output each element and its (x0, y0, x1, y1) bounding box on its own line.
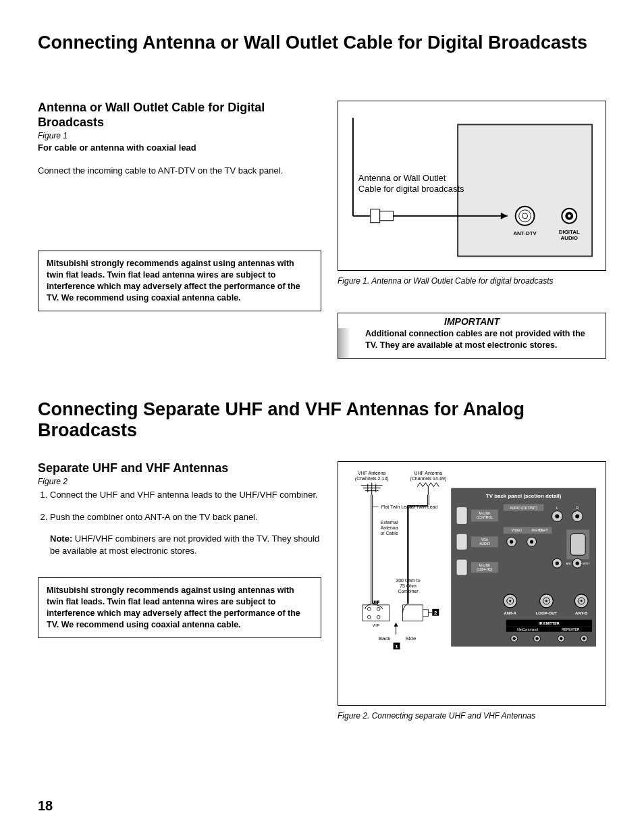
important-title: IMPORTANT (338, 313, 606, 328)
svg-point-99 (556, 561, 559, 565)
svg-text:DIGITAL: DIGITAL (559, 229, 580, 235)
svg-rect-4 (380, 211, 394, 221)
svg-text:75 Ohm: 75 Ohm (400, 583, 417, 588)
svg-text:Cable for digital broadcasts: Cable for digital broadcasts (358, 184, 464, 194)
svg-text:AUDIO: AUDIO (560, 235, 578, 241)
svg-point-48 (367, 607, 371, 610)
page-number: 18 (38, 798, 53, 814)
svg-rect-78 (456, 559, 467, 575)
svg-text:TV back panel (section detail): TV back panel (section detail) (486, 493, 562, 499)
svg-text:AUDIO: AUDIO (479, 542, 490, 546)
svg-text:IR EMITTER: IR EMITTER (539, 621, 559, 625)
figure-1-caption: Figure 1. Antenna or Wall Outlet Cable f… (338, 276, 606, 286)
svg-point-50 (367, 615, 371, 619)
section2-heading: Separate UHF and VHF Antennas (38, 461, 321, 476)
svg-point-51 (377, 615, 380, 619)
svg-text:VHF: VHF (373, 624, 379, 627)
svg-text:CONTROL: CONTROL (477, 516, 493, 519)
svg-text:VGA: VGA (481, 538, 489, 542)
svg-text:Side: Side (405, 635, 416, 641)
svg-text:Antenna: Antenna (381, 525, 398, 530)
svg-point-84 (555, 514, 559, 518)
step-2: Push the combiner onto ANT-A on the TV b… (50, 511, 321, 523)
section1-figref: Figure 1 (38, 131, 321, 140)
svg-text:LEFT: LEFT (539, 529, 547, 532)
svg-point-123 (536, 637, 539, 640)
section1-warning-box: Mitsubishi strongly recommends against u… (38, 251, 321, 311)
page-title-2: Connecting Separate UHF and VHF Antennas… (38, 399, 606, 441)
svg-text:Combiner: Combiner (398, 589, 419, 594)
svg-point-121 (513, 637, 516, 640)
svg-text:ANT-DTV: ANT-DTV (513, 230, 537, 236)
figure-1: ANT-DTV DIGITAL AUDIO Antenna or Wall Ou… (338, 101, 606, 271)
svg-point-92 (510, 540, 513, 544)
section1-heading: Antenna or Wall Outlet Cable for Digital… (38, 101, 321, 130)
svg-point-7 (516, 207, 535, 226)
svg-marker-60 (394, 623, 398, 627)
svg-text:AUDIO  (OUTPUT): AUDIO (OUTPUT) (510, 506, 537, 509)
svg-text:VIDEO: VIDEO (512, 529, 522, 532)
svg-text:2: 2 (434, 610, 437, 616)
svg-text:External: External (381, 520, 398, 525)
svg-text:M-LINK: M-LINK (479, 512, 491, 515)
important-box: IMPORTANT Additional connection cables a… (338, 313, 606, 359)
svg-rect-3 (371, 209, 380, 223)
svg-point-125 (560, 637, 563, 640)
svg-point-101 (576, 561, 579, 565)
section1-subhead: For cable or antenna with coaxial lead (38, 142, 321, 154)
svg-point-127 (583, 637, 585, 640)
svg-rect-54 (403, 605, 423, 621)
svg-text:(Channels 14-69): (Channels 14-69) (410, 476, 446, 481)
svg-point-94 (530, 540, 533, 544)
svg-point-107 (545, 600, 547, 602)
section2-steps: Connect the UHF and VHF antenna leads to… (38, 489, 321, 523)
svg-point-49 (377, 607, 380, 610)
figure-2-caption: Figure 2. Connecting separate UHF and VH… (338, 711, 606, 721)
svg-text:L: L (556, 506, 558, 509)
svg-text:1: 1 (395, 643, 398, 649)
svg-text:or Cable: or Cable (380, 531, 398, 536)
svg-text:NetCommand: NetCommand (517, 628, 538, 631)
svg-text:(1394-HD): (1394-HD) (477, 568, 493, 571)
svg-text:UHF Antenna: UHF Antenna (414, 471, 442, 475)
svg-text:R: R (576, 506, 579, 509)
section2-warning-box: Mitsubishi strongly recommends against u… (38, 577, 321, 638)
step-1: Connect the UHF and VHF antenna leads to… (50, 489, 321, 501)
svg-rect-47 (363, 605, 390, 621)
svg-text:VHF Antenna: VHF Antenna (358, 471, 385, 475)
page-title-1: Connecting Antenna or Wall Outlet Cable … (38, 32, 606, 53)
svg-point-86 (575, 514, 579, 518)
svg-text:Antenna or Wall Outlet: Antenna or Wall Outlet (358, 173, 446, 183)
svg-text:Flat Twin Lead: Flat Twin Lead (407, 504, 437, 509)
important-body: Additional connection cables are not pro… (338, 328, 606, 358)
svg-rect-96 (570, 533, 585, 555)
svg-rect-77 (456, 533, 467, 550)
svg-text:LOOP-OUT: LOOP-OUT (536, 611, 558, 615)
svg-point-13 (568, 215, 570, 217)
svg-text:300 Ohm to: 300 Ohm to (396, 578, 420, 583)
svg-text:M-LINK: M-LINK (479, 564, 491, 567)
section2-note: Note: UHF/VHF combiners are not provided… (50, 533, 321, 557)
svg-point-110 (581, 600, 583, 602)
svg-text:ANT-B: ANT-B (575, 611, 588, 615)
svg-rect-76 (456, 506, 467, 524)
svg-rect-55 (423, 610, 428, 617)
svg-text:(Channels 2-13): (Channels 2-13) (355, 476, 389, 481)
svg-text:Back: Back (379, 635, 391, 641)
section1-body: Connect the incoming cable to ANT-DTV on… (38, 165, 321, 177)
svg-text:REPEATER: REPEATER (562, 628, 580, 631)
svg-point-104 (509, 600, 511, 602)
section2-figref: Figure 2 (38, 477, 321, 486)
svg-text:ANT-A: ANT-A (504, 611, 517, 615)
figure-2: VHF Antenna (Channels 2-13) UHF Antenna … (338, 461, 606, 706)
